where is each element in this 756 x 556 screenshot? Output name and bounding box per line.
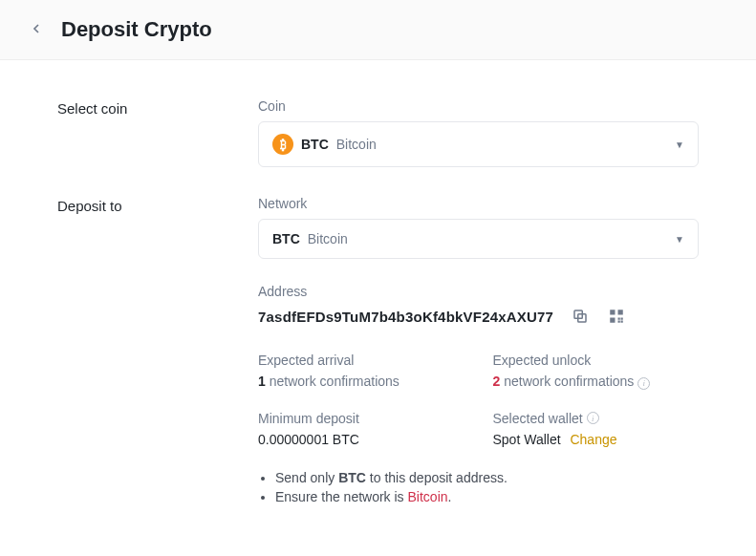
expected-arrival-count: 1 [258,374,266,389]
svg-rect-4 [610,318,615,323]
page-header: Deposit Crypto [0,0,756,60]
network-symbol: BTC [272,231,300,246]
network-dropdown[interactable]: BTC Bitcoin ▼ [258,219,699,259]
svg-rect-3 [618,310,623,314]
note-ensure-network: Ensure the network is Bitcoin. [275,489,699,504]
note-send-only: Send only BTC to this deposit address. [275,470,699,485]
expected-arrival-value: 1 network confirmations [258,374,464,389]
row-label-select-coin: Select coin [57,98,258,167]
chevron-down-icon: ▼ [675,139,684,150]
minimum-deposit-label: Minimum deposit [258,411,464,426]
change-wallet-link[interactable]: Change [570,432,616,447]
qrcode-icon[interactable] [607,307,626,326]
field-label-network: Network [258,196,699,211]
deposit-notes: Send only BTC to this deposit address. E… [258,470,699,504]
content: Select coin Coin ₿ BTC Bitcoin ▼ Deposit… [0,60,756,556]
svg-rect-8 [621,318,623,320]
field-label-coin: Coin [258,98,699,114]
expected-arrival-suffix: network confirmations [270,374,400,389]
expected-unlock-count: 2 [493,374,501,389]
deposit-address: 7asdfEFDs9TuM7b4b3oKf4bkVF24xAXU77 [258,309,553,325]
expected-arrival-block: Expected arrival 1 network confirmations [258,353,464,390]
expected-unlock-label: Expected unlock [493,353,700,368]
minimum-deposit-value: 0.00000001 BTC [258,432,464,447]
svg-rect-6 [621,321,623,323]
info-grid: Expected arrival 1 network confirmations… [258,353,699,447]
copy-icon[interactable] [571,307,590,326]
coin-symbol: BTC [301,137,329,152]
chevron-down-icon: ▼ [675,234,684,245]
network-name: Bitcoin [308,231,348,246]
info-icon[interactable]: i [637,377,650,390]
row-label-deposit-to: Deposit to [57,196,258,508]
selected-wallet-label: Selected wallet i [493,411,700,426]
bitcoin-icon: ₿ [272,134,293,155]
field-label-address: Address [258,284,699,299]
selected-wallet-value: Spot Wallet Change [493,432,700,447]
expected-unlock-block: Expected unlock 2 network confirmations … [493,353,700,390]
coin-dropdown[interactable]: ₿ BTC Bitcoin ▼ [258,121,699,167]
address-line: 7asdfEFDs9TuM7b4b3oKf4bkVF24xAXU77 [258,307,699,326]
selected-wallet-block: Selected wallet i Spot Wallet Change [493,411,700,447]
expected-unlock-value: 2 network confirmations i [493,374,700,390]
row-deposit-to: Deposit to Network BTC Bitcoin ▼ Address… [57,196,699,508]
row-select-coin: Select coin Coin ₿ BTC Bitcoin ▼ [57,98,699,167]
svg-rect-7 [618,321,620,323]
expected-arrival-label: Expected arrival [258,353,464,368]
svg-rect-2 [610,310,615,314]
coin-name: Bitcoin [336,137,377,152]
page-title: Deposit Crypto [61,17,212,42]
minimum-deposit-block: Minimum deposit 0.00000001 BTC [258,411,464,447]
expected-unlock-suffix: network confirmations [504,374,634,389]
svg-rect-5 [618,318,620,320]
back-icon[interactable] [29,19,44,41]
info-icon[interactable]: i [587,412,599,424]
